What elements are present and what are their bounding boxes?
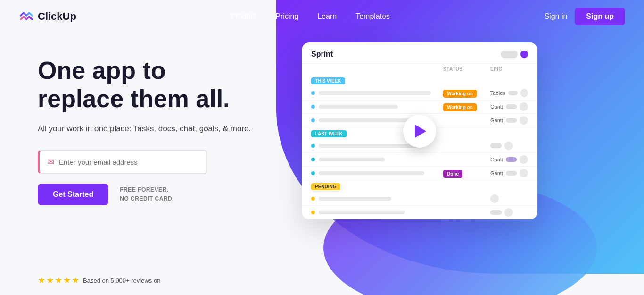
star-4: ★ <box>63 275 71 286</box>
table-row: Gantt <box>302 153 537 167</box>
task-left <box>311 158 443 161</box>
column-headers: STATUS EPIC <box>302 64 537 75</box>
table-row: Working on Gantt <box>302 100 537 114</box>
email-icon: ✉ <box>47 157 54 167</box>
epic-toggle <box>490 143 502 148</box>
circle-btn <box>490 194 499 203</box>
dashboard-card: Sprint STATUS EPIC THIS WEEK Working <box>302 42 537 219</box>
epic-cell: Tables <box>490 89 528 97</box>
play-button[interactable] <box>403 115 436 148</box>
circle-btn <box>504 208 513 217</box>
task-left <box>311 171 443 175</box>
table-row: Done Gantt <box>302 167 537 180</box>
hero-section: One app to replace them all. All your wo… <box>0 33 644 219</box>
hero-title-line2: replace them all. <box>38 85 230 112</box>
status-badge: Working on <box>443 90 477 98</box>
task-bar <box>319 197 391 201</box>
task-left <box>311 197 443 201</box>
task-bar <box>319 211 405 214</box>
status-badge: Working on <box>443 103 477 111</box>
star-5: ★ <box>72 275 79 286</box>
nav-item-pricing[interactable]: Pricing <box>275 12 298 21</box>
dashboard-header: Sprint <box>302 42 537 64</box>
nav-link-pricing[interactable]: Pricing <box>275 12 298 20</box>
epic-toggle <box>508 91 518 95</box>
task-dot <box>311 91 315 95</box>
task-dot <box>311 158 315 161</box>
star-1: ★ <box>38 275 45 286</box>
sign-up-button[interactable]: Sign up <box>575 8 625 25</box>
toggle-group[interactable] <box>501 51 528 58</box>
status-badge: Done <box>443 170 462 178</box>
task-bar <box>319 105 398 109</box>
sign-in-button[interactable]: Sign in <box>544 12 567 21</box>
circle-btn <box>520 89 528 97</box>
task-bar <box>319 158 385 161</box>
circle-btn <box>520 169 528 177</box>
nav-link-templates[interactable]: Templates <box>355 12 390 20</box>
toggle-dot <box>520 51 528 58</box>
section-pending: PENDING <box>311 183 340 190</box>
clickup-logo-icon <box>19 9 34 24</box>
nav-item-learn[interactable]: Learn <box>317 12 337 21</box>
circle-btn <box>520 155 528 164</box>
epic-cell <box>490 208 528 217</box>
epic-cell: Gantt <box>490 155 528 164</box>
epic-toggle <box>506 118 517 123</box>
circle-btn <box>520 102 528 111</box>
task-dot <box>311 118 315 122</box>
epic-toggle <box>506 171 517 176</box>
epic-cell: Gantt <box>490 116 528 125</box>
cta-row: Get Started FREE FOREVER. NO CREDIT CARD… <box>38 184 264 205</box>
hero-subtitle: All your work in one place: Tasks, docs,… <box>38 123 264 135</box>
table-row <box>302 206 537 219</box>
col-epic-header: EPIC <box>490 67 528 72</box>
navbar: ClickUp Product Pricing Learn Templates … <box>0 0 644 33</box>
epic-cell: Gantt <box>490 169 528 177</box>
free-forever-text: FREE FOREVER. NO CREDIT CARD. <box>120 185 174 203</box>
task-dot <box>311 105 315 109</box>
task-left <box>311 91 443 95</box>
hero-left: One app to replace them all. All your wo… <box>38 47 264 205</box>
get-started-button[interactable]: Get Started <box>38 184 108 205</box>
toggle-bar <box>501 51 518 58</box>
task-dot <box>311 197 315 201</box>
circle-btn <box>504 142 513 150</box>
task-bar <box>319 144 418 148</box>
email-input[interactable] <box>59 158 199 166</box>
hero-right: Sprint STATUS EPIC THIS WEEK Working <box>283 42 616 219</box>
nav-item-product[interactable]: Product <box>231 12 256 21</box>
sprint-title: Sprint <box>311 50 333 59</box>
section-last-week: LAST WEEK <box>311 130 347 137</box>
circle-btn <box>520 116 528 125</box>
nav-actions: Sign in Sign up <box>544 8 625 25</box>
logo-text: ClickUp <box>38 10 76 23</box>
table-row: Working on Tables <box>302 86 537 100</box>
col-status-header: STATUS <box>443 67 490 72</box>
hero-title: One app to replace them all. <box>38 57 264 113</box>
epic-cell: Gantt <box>490 102 528 111</box>
epic-toggle <box>506 157 517 162</box>
section-this-week: THIS WEEK <box>311 77 345 84</box>
nav-link-product[interactable]: Product <box>231 12 256 20</box>
rating-row: ★ ★ ★ ★ ★ Based on 5,000+ reviews on <box>38 275 160 286</box>
logo[interactable]: ClickUp <box>19 9 76 24</box>
nav-links: Product Pricing Learn Templates <box>231 12 390 21</box>
task-left <box>311 211 443 214</box>
star-3: ★ <box>55 275 62 286</box>
epic-cell <box>490 142 528 150</box>
email-form: ✉ <box>38 150 207 174</box>
epic-toggle <box>506 104 517 109</box>
task-left <box>311 105 443 109</box>
nav-item-templates[interactable]: Templates <box>355 12 390 21</box>
task-dot <box>311 171 315 175</box>
task-bar <box>319 171 424 175</box>
nav-link-learn[interactable]: Learn <box>317 12 337 20</box>
task-bar <box>319 91 431 95</box>
task-dot <box>311 211 315 214</box>
hero-title-line1: One app to <box>38 57 166 84</box>
table-row <box>302 192 537 206</box>
task-dot <box>311 144 315 148</box>
rating-text: Based on 5,000+ reviews on <box>83 277 160 284</box>
stars: ★ ★ ★ ★ ★ <box>38 275 79 286</box>
